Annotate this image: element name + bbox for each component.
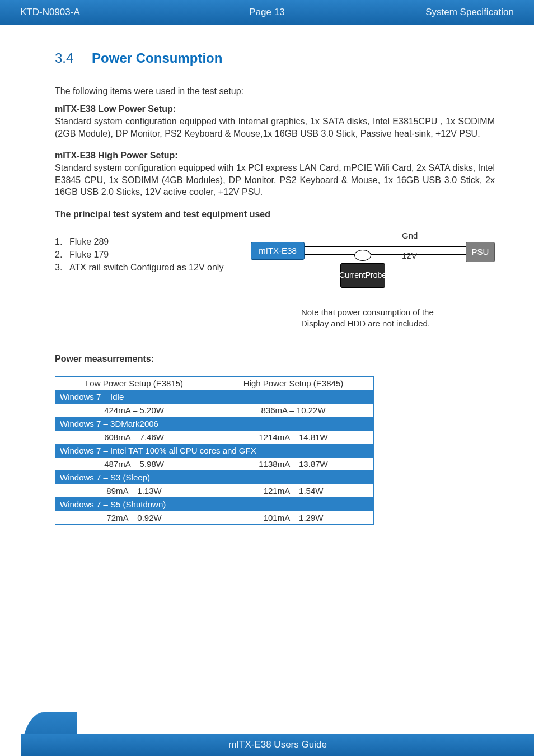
probe-loop-icon — [354, 250, 371, 261]
power-measurements-table: Low Power Setup (E3815) High Power Setup… — [55, 376, 374, 525]
cell-low: 608mA – 7.46W — [55, 430, 213, 444]
page-header: KTD-N0903-A Page 13 System Specification — [0, 0, 534, 25]
band-label: Windows 7 – Intel TAT 100% all CPU cores… — [55, 444, 374, 457]
equipment-list: 1.Fluke 289 2.Fluke 179 3.ATX rail switc… — [55, 235, 240, 274]
table-band-row: Windows 7 – 3DMark2006 — [55, 417, 374, 430]
col-high-power: High Power Setup (E3845) — [213, 376, 374, 390]
intro-text: The following items were used in the tes… — [55, 86, 495, 96]
table-band-row: Windows 7 – S3 (Sleep) — [55, 470, 374, 484]
diagram-note: Note that power consumption of the Displ… — [301, 307, 434, 330]
measurements-heading: Power measurrements: — [55, 354, 495, 364]
cell-high: 836mA – 10.22W — [213, 403, 374, 417]
table-header-row: Low Power Setup (E3815) High Power Setup… — [55, 376, 374, 390]
equip-item: Fluke 179 — [69, 250, 109, 259]
test-setup-diagram: mITX-E38 PSU Current Probe Gnd 12V Note … — [240, 235, 495, 319]
probe-label-1: Current — [339, 271, 366, 279]
section-number: 3.4 — [55, 50, 73, 66]
diagram-box-probe: Current Probe — [340, 263, 385, 288]
cell-low: 487mA – 5.98W — [55, 457, 213, 470]
low-power-body: Standard system configuration equipped w… — [55, 115, 495, 139]
table-band-row: Windows 7 – S5 (Shutdown) — [55, 497, 374, 511]
cell-high: 1214mA – 14.81W — [213, 430, 374, 444]
equip-item: ATX rail switch Configured as 12V only — [69, 263, 223, 272]
equip-item: Fluke 289 — [69, 237, 109, 246]
table-row: 487mA – 5.98W 1138mA – 13.87W — [55, 457, 374, 470]
high-power-body: Standard system configuration equipped w… — [55, 162, 495, 198]
probe-label-2: Probe — [366, 271, 386, 279]
equipment-heading: The principal test system and test equip… — [55, 209, 495, 220]
diagram-box-mitx: mITX-E38 — [251, 242, 305, 260]
note-line-2: Display and HDD are not included. — [301, 319, 430, 328]
header-section: System Specification — [425, 7, 514, 18]
page-footer: mITX-E38 Users Guide — [0, 712, 534, 756]
table-band-row: Windows 7 – Idle — [55, 390, 374, 403]
list-item: 1.Fluke 289 — [55, 235, 240, 248]
table-row: 72mA – 0.92W 101mA – 1.29W — [55, 511, 374, 524]
cell-low: 72mA – 0.92W — [55, 511, 213, 524]
col-low-power: Low Power Setup (E3815) — [55, 376, 213, 390]
band-label: Windows 7 – 3DMark2006 — [55, 417, 374, 430]
footer-bar: mITX-E38 Users Guide — [21, 734, 534, 756]
wire-12v — [305, 254, 470, 255]
section-title: Power Consumption — [92, 50, 222, 66]
section-heading: 3.4 Power Consumption — [55, 50, 495, 66]
cell-high: 101mA – 1.29W — [213, 511, 374, 524]
header-doc-id: KTD-N0903-A — [20, 7, 80, 18]
low-power-head: mITX-E38 Low Power Setup: — [55, 104, 495, 114]
table-row: 89mA – 1.13W 121mA – 1.54W — [55, 484, 374, 497]
list-item: 2.Fluke 179 — [55, 248, 240, 261]
table-row: 424mA – 5.20W 836mA – 10.22W — [55, 403, 374, 417]
diagram-box-psu: PSU — [466, 242, 495, 262]
cell-high: 121mA – 1.54W — [213, 484, 374, 497]
footer-title: mITX-E38 Users Guide — [228, 739, 327, 750]
band-label: Windows 7 – S3 (Sleep) — [55, 470, 374, 484]
high-power-head: mITX-E38 High Power Setup: — [55, 151, 495, 161]
band-label: Windows 7 – Idle — [55, 390, 374, 403]
note-line-1: Note that power consumption of the — [301, 307, 434, 317]
table-row: 608mA – 7.46W 1214mA – 14.81W — [55, 430, 374, 444]
cell-low: 89mA – 1.13W — [55, 484, 213, 497]
label-gnd: Gnd — [402, 231, 418, 240]
wire-gnd — [305, 246, 470, 248]
cell-high: 1138mA – 13.87W — [213, 457, 374, 470]
band-label: Windows 7 – S5 (Shutdown) — [55, 497, 374, 511]
label-12v: 12V — [402, 251, 417, 260]
table-band-row: Windows 7 – Intel TAT 100% all CPU cores… — [55, 444, 374, 457]
cell-low: 424mA – 5.20W — [55, 403, 213, 417]
list-item: 3.ATX rail switch Configured as 12V only — [55, 261, 240, 274]
